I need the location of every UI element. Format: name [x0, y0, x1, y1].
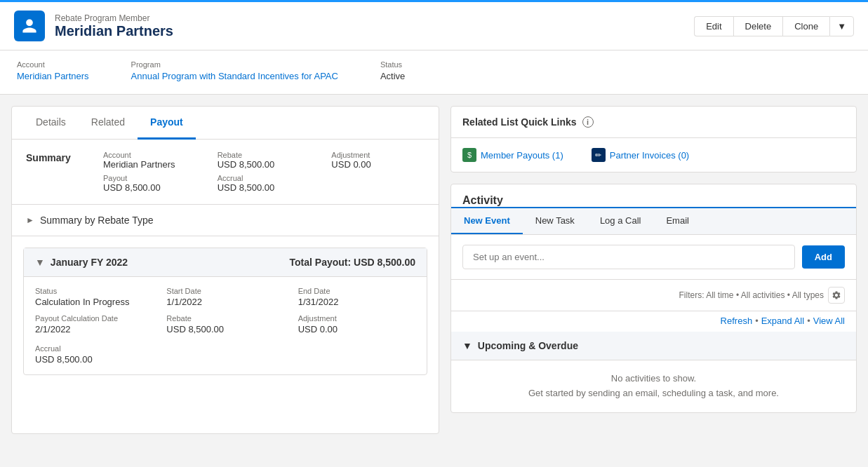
fy-rebate-label: Rebate: [166, 314, 283, 323]
fy-adjustment-value: USD 0.00: [298, 324, 338, 334]
tab-email[interactable]: Email: [653, 208, 702, 234]
member-payouts-icon: $: [462, 148, 476, 162]
tab-log-call[interactable]: Log a Call: [587, 208, 654, 234]
upcoming-body: No activities to show. Get started by se…: [451, 360, 856, 412]
summary-rebate-value: USD 8,500.00: [218, 159, 275, 170]
upcoming-empty-line1: No activities to show.: [462, 372, 845, 386]
tab-related[interactable]: Related: [79, 107, 138, 140]
fy-end-date: End Date 1/31/2022: [298, 287, 415, 307]
summary-fields: Account Meridian Partners Rebate USD 8,5…: [103, 151, 425, 193]
dropdown-button[interactable]: ▼: [829, 16, 854, 36]
tab-details[interactable]: Details: [23, 107, 79, 140]
header-title: Meridian Partners: [55, 23, 173, 39]
separator2: •: [807, 316, 810, 326]
filter-gear-icon[interactable]: [828, 287, 845, 304]
fy-adjustment: Adjustment USD 0.00: [298, 314, 415, 334]
header-title-block: Rebate Program Member Meridian Partners: [55, 13, 173, 39]
summary-account-label: Account: [103, 151, 196, 159]
program-link[interactable]: Annual Program with Standard Incentives …: [131, 71, 338, 81]
summary-rebate: Rebate USD 8,500.00: [218, 151, 311, 170]
fy-rebate-value: USD 8,500.00: [166, 324, 224, 334]
activity-card: Activity New Event New Task Log a Call E…: [450, 184, 857, 413]
fy-end-date-label: End Date: [298, 287, 415, 295]
summary-account-value: Meridian Partners: [103, 159, 175, 170]
refresh-links: Refresh • Expand All • View All: [451, 311, 856, 332]
program-field: Program Annual Program with Standard Inc…: [131, 60, 338, 81]
status-field: Status Active: [380, 60, 405, 81]
summary-payout: Payout USD 8,500.00: [103, 174, 196, 193]
quick-links-header: Related List Quick Links i: [451, 107, 856, 138]
partner-invoices-label: Partner Invoices (0): [610, 150, 689, 161]
tab-payout[interactable]: Payout: [138, 107, 196, 140]
main-content: Details Related Payout Summary Account M…: [0, 95, 868, 445]
fy-status-label: Status: [35, 287, 152, 295]
fy-start-date: Start Date 1/1/2022: [166, 287, 283, 307]
summary-accrual-label: Accrual: [218, 174, 311, 182]
activity-input-row: Add: [451, 235, 856, 280]
account-link[interactable]: Meridian Partners: [17, 71, 89, 81]
fy-section: ▼ January FY 2022 Total Payout: USD 8,50…: [23, 248, 427, 375]
header-subtitle: Rebate Program Member: [55, 13, 173, 23]
upcoming-title: Upcoming & Overdue: [478, 340, 578, 351]
fy-header: ▼ January FY 2022 Total Payout: USD 8,50…: [24, 248, 427, 277]
filter-text: Filters: All time • All activities • All…: [679, 290, 824, 300]
fy-total-payout: Total Payout: USD 8,500.00: [290, 257, 415, 268]
right-panel: Related List Quick Links i $ Member Payo…: [450, 106, 857, 434]
expand-all-link[interactable]: Expand All: [761, 316, 804, 326]
meta-bar: Account Meridian Partners Program Annual…: [0, 50, 868, 95]
fy-title: ▼ January FY 2022: [35, 257, 128, 268]
fy-end-date-value: 1/31/2022: [298, 297, 339, 307]
partner-invoices-link[interactable]: ✏ Partner Invoices (0): [592, 148, 689, 162]
separator1: •: [755, 316, 759, 326]
fy-fields: Status Calculation In Progress Start Dat…: [24, 277, 427, 344]
status-label: Status: [380, 60, 405, 69]
quick-links-card: Related List Quick Links i $ Member Payo…: [450, 106, 857, 172]
summary-account: Account Meridian Partners: [103, 151, 196, 170]
fy-accrual-value: USD 8,500.00: [35, 354, 93, 365]
fy-status: Status Calculation In Progress: [35, 287, 152, 307]
tab-new-event[interactable]: New Event: [451, 208, 523, 234]
fy-total-payout-label: Total Payout:: [290, 257, 352, 268]
activity-input[interactable]: [462, 245, 795, 269]
summary-payout-label: Payout: [103, 174, 196, 182]
summary-adjustment-value: USD 0.00: [331, 159, 370, 170]
fy-accrual-label: Accrual: [35, 344, 415, 353]
edit-button[interactable]: Edit: [694, 16, 733, 36]
info-icon[interactable]: i: [582, 116, 594, 128]
fy-total-payout-value: USD 8,500.00: [354, 257, 415, 268]
summary-label: Summary: [26, 151, 103, 163]
account-label: Account: [17, 60, 89, 69]
account-field: Account Meridian Partners: [17, 60, 89, 81]
summary-accrual: Accrual USD 8,500.00: [218, 174, 311, 193]
add-button[interactable]: Add: [802, 245, 845, 269]
fy-start-date-value: 1/1/2022: [166, 297, 202, 307]
summary-payout-value: USD 8,500.00: [103, 182, 161, 193]
fy-calc-date-label: Payout Calculation Date: [35, 314, 152, 323]
left-panel: Details Related Payout Summary Account M…: [11, 106, 439, 434]
summary-accrual-value: USD 8,500.00: [218, 182, 275, 193]
summary-adjustment-label: Adjustment: [331, 151, 425, 159]
chevron-down-icon: ▼: [35, 257, 45, 268]
member-payouts-link[interactable]: $ Member Payouts (1): [462, 148, 563, 162]
fy-accrual: Accrual USD 8,500.00: [24, 344, 427, 374]
fy-rebate: Rebate USD 8,500.00: [166, 314, 283, 334]
refresh-link[interactable]: Refresh: [721, 316, 753, 326]
filter-row: Filters: All time • All activities • All…: [451, 280, 856, 311]
partner-invoices-icon: ✏: [592, 148, 606, 162]
clone-button[interactable]: Clone: [782, 16, 829, 36]
summary-rebate-label: Rebate: [218, 151, 311, 159]
delete-button[interactable]: Delete: [733, 16, 783, 36]
upcoming-header[interactable]: ▼ Upcoming & Overdue: [451, 332, 856, 360]
view-all-link[interactable]: View All: [813, 316, 845, 326]
status-value: Active: [380, 71, 405, 81]
fy-calc-date-value: 2/1/2022: [35, 324, 71, 334]
rebate-type-label: Summary by Rebate Type: [40, 215, 154, 226]
tab-new-task[interactable]: New Task: [523, 208, 587, 234]
page-header: Rebate Program Member Meridian Partners …: [0, 0, 868, 50]
activity-tab-bar: New Event New Task Log a Call Email: [451, 208, 856, 235]
summary-adjustment: Adjustment USD 0.00: [331, 151, 425, 170]
activity-title: Activity: [451, 184, 856, 208]
fy-start-date-label: Start Date: [166, 287, 283, 295]
fy-title-text: January FY 2022: [51, 257, 128, 268]
rebate-type-row[interactable]: ► Summary by Rebate Type: [12, 205, 439, 236]
